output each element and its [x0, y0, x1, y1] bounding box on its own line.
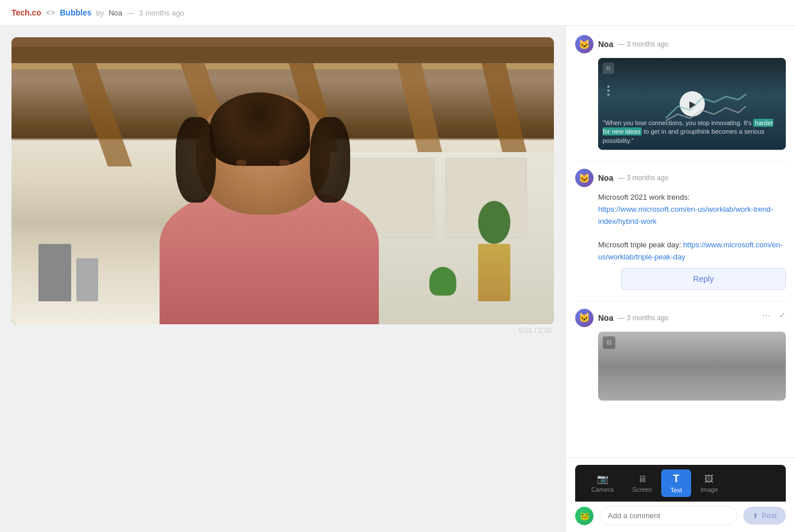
comment-content-2: Microsoft 2021 work trends: https://www.…: [598, 192, 786, 290]
green-item: [429, 267, 456, 296]
person-silhouette: [147, 80, 391, 324]
tab-image[interactable]: 🖼 Image: [691, 471, 727, 496]
avatar-2: 🐱: [575, 169, 594, 187]
main-layout: ▶ 🔈: [0, 26, 795, 532]
comment-link-1[interactable]: https://www.microsoft.com/en-us/worklab/…: [598, 205, 773, 226]
comment-item-3: ⋯ ✓ 🐱 Noa — 3 months ago ⊡: [575, 309, 786, 401]
top-header: Tech.co <> Bubbles by Noa — 3 months ago: [0, 0, 795, 26]
kitchen-item-2: [76, 258, 98, 301]
time-display: 0:01 / 2:39: [11, 324, 554, 335]
comment-time-1: — 3 months ago: [618, 40, 668, 48]
comment-input-row: 🐸 ⬆ Post: [575, 506, 786, 525]
input-avatar-emoji: 🐸: [580, 511, 590, 521]
input-avatar: 🐸: [575, 507, 594, 525]
avatar-emoji-3: 🐱: [579, 312, 590, 323]
avatar-emoji-2: 🐱: [579, 173, 590, 184]
svg-marker-6: [397, 63, 445, 166]
comment-video-thumb-1[interactable]: ⊡: [598, 58, 786, 150]
thumb-inner-1: ⊡: [598, 58, 786, 150]
header-dash: —: [127, 9, 134, 17]
text-icon: T: [673, 473, 680, 485]
comment-divider-1: [575, 161, 786, 162]
comment-item-2: 🐱 Noa — 3 months ago Microsoft 2021 work…: [575, 169, 786, 290]
image-icon: 🖼: [704, 474, 713, 484]
link2-label: Microsoft triple peak day:: [598, 240, 683, 249]
comments-panel: 🐱 Noa — 3 months ago ⊡: [565, 26, 795, 532]
person-hair: [210, 92, 310, 166]
kitchen-item-1: [38, 244, 71, 301]
post-icon: ⬆: [753, 512, 758, 520]
comment-header-2: 🐱 Noa — 3 months ago: [575, 169, 786, 187]
video-panel: ▶ 🔈: [0, 26, 565, 532]
thumb-dots: [607, 86, 610, 96]
thumb-dot-2: [607, 90, 610, 92]
thumb2-icon: ⊡: [603, 336, 615, 349]
tab-screen[interactable]: 🖥 Screen: [623, 471, 661, 496]
comment-time-3: — 3 months ago: [618, 314, 668, 322]
camera-icon: 📷: [597, 473, 608, 484]
tab-text-label: Text: [670, 487, 682, 494]
video-container[interactable]: ▶ 🔈: [11, 37, 554, 324]
tab-camera-label: Camera: [591, 486, 614, 493]
comment-check-icon: ✓: [779, 310, 786, 320]
input-toolbar: 📷 Camera 🖥 Screen T Text 🖼 Image: [575, 465, 786, 502]
comment-author-3: Noa: [598, 313, 613, 323]
comment-author-1: Noa: [598, 40, 613, 49]
comment-item-1: 🐱 Noa — 3 months ago ⊡: [575, 35, 786, 150]
comment-header-1: 🐱 Noa — 3 months ago: [575, 35, 786, 53]
tab-screen-label: Screen: [632, 486, 652, 493]
comment-content-3: ⊡: [598, 332, 786, 401]
header-timestamp: 3 months ago: [139, 9, 184, 17]
header-title-bubbles: Bubbles: [60, 8, 91, 17]
comment-divider-2: [575, 301, 786, 302]
thumb-sidebar: ⊡: [603, 63, 614, 74]
video-scene: [11, 37, 554, 324]
tab-image-label: Image: [700, 486, 718, 493]
eye-right: [279, 160, 290, 166]
header-author: Noa: [108, 9, 122, 17]
comment-header-3: 🐱 Noa — 3 months ago: [575, 309, 786, 327]
thumb-dot-1: [607, 86, 610, 88]
comment-content-1: ⊡: [598, 58, 786, 150]
post-button[interactable]: ⬆ Post: [743, 507, 786, 525]
thumb-dot-3: [607, 94, 610, 96]
svg-marker-7: [482, 63, 530, 166]
header-by-label: by: [96, 9, 104, 17]
comments-list: 🐱 Noa — 3 months ago ⊡: [566, 26, 795, 457]
thumb-chart-svg: [654, 90, 758, 122]
svg-rect-1: [11, 37, 554, 47]
comment-video-thumb-2[interactable]: ⊡: [598, 332, 786, 401]
tab-text[interactable]: T Text: [661, 469, 691, 497]
comment-time-2: — 3 months ago: [618, 174, 668, 182]
thumb2-inner: ⊡: [598, 332, 786, 401]
comment-author-2: Noa: [598, 173, 613, 182]
header-title-tech: Tech.co: [11, 8, 41, 17]
post-label: Post: [762, 511, 777, 520]
svg-marker-3: [72, 63, 132, 166]
comment-actions-3: ⋯ ✓: [758, 309, 786, 322]
link1-label: Microsoft 2021 work trends:: [598, 193, 690, 201]
comment-input-area: 📷 Camera 🖥 Screen T Text 🖼 Image: [566, 457, 795, 532]
avatar-emoji-1: 🐱: [579, 39, 590, 50]
hair-left: [176, 117, 216, 203]
comment-options-button[interactable]: ⋯: [758, 309, 774, 322]
avatar-3: 🐱: [575, 309, 594, 327]
flower-pot: [478, 244, 511, 301]
comment-text-input[interactable]: [599, 506, 738, 525]
comment-text-body-2: Microsoft 2021 work trends: https://www.…: [598, 192, 786, 263]
person-head: [196, 92, 330, 215]
tab-camera[interactable]: 📷 Camera: [582, 470, 623, 496]
screen-icon: 🖥: [638, 474, 647, 484]
eye-left: [236, 160, 247, 166]
header-title-sep: <>: [46, 8, 55, 17]
hair-right: [310, 117, 350, 203]
plant-leaves: [478, 201, 511, 244]
thumb-icon-block-1: ⊡: [603, 63, 614, 74]
video-background: [11, 37, 554, 324]
avatar-1: 🐱: [575, 35, 594, 53]
thumb-quote-start: "When you lose connections, you stop inn…: [603, 119, 753, 126]
thumb-overlay-text-1: "When you lose connections, you stop inn…: [603, 119, 781, 145]
reply-button[interactable]: Reply: [621, 268, 786, 290]
